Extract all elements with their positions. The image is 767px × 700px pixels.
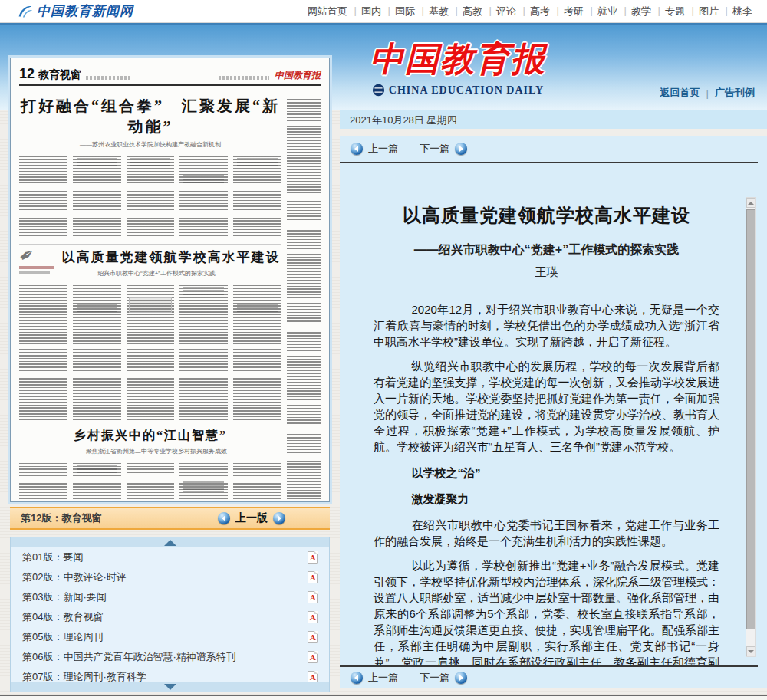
site-logo-text: 中国教育新闻网 [37, 2, 133, 20]
top-nav-link[interactable]: 评论 [489, 5, 523, 18]
next-article-icon[interactable] [455, 672, 467, 684]
site-logo-icon [17, 3, 33, 19]
article-author: 王瑛 [374, 265, 719, 280]
masthead-title: 中国教育报 [347, 37, 569, 81]
page-list-item[interactable]: 第07版：理论周刊·教育科学 [11, 667, 329, 683]
top-nav-link[interactable]: 高考 [523, 5, 557, 18]
prev-page-button[interactable]: 上一版 [235, 511, 268, 525]
article-paragraph: 以此为遵循，学校创新推出“党建+业务”融合发展模式。党建引领下，学校坚持优化新型… [374, 557, 719, 665]
article-paragraph: 以学校之“治” [374, 465, 719, 481]
prev-article-button[interactable]: 上一篇 [368, 671, 398, 685]
current-page-label: 第12版：教育视窗 [21, 511, 101, 525]
page-list-panel: 第01版：要闻 第02版：中教评论·时评 第03版：新闻·要闻 第04版：教育视… [10, 537, 330, 692]
masthead-subtitle-row: CHINA EDUCATION DAILY [347, 84, 569, 97]
top-nav-link[interactable]: 就业 [591, 5, 624, 18]
prev-article-icon[interactable] [351, 672, 363, 684]
page-list-item[interactable]: 第02版：中教评论·时评 [11, 567, 329, 587]
pdf-icon[interactable] [308, 631, 318, 643]
date-bar: 2021年10月28日 星期四 [340, 110, 767, 129]
pdf-icon[interactable] [308, 591, 318, 603]
pdf-icon[interactable] [308, 551, 318, 564]
newspaper-header-smalltext [86, 76, 130, 80]
page-list: 第01版：要闻 第02版：中教评论·时评 第03版：新闻·要闻 第04版：教育视… [11, 547, 329, 683]
page-bar-nav: 上一版 [218, 511, 285, 525]
top-nav-link[interactable]: 专题 [658, 5, 692, 18]
paper-subtitle-3: ——聚焦浙江省衢州第二中等专业学校乡村振兴服务成效 [19, 447, 281, 455]
top-nav-link[interactable]: 教学 [624, 5, 658, 18]
paper-article2-block: ✒ 以高质量党建领航学校高水平建设 ——绍兴市职教中心“党建+”工作模式的探索实… [19, 244, 281, 422]
page-list-item[interactable]: 第03版：新闻·要闻 [11, 587, 329, 607]
cedaily-logo-icon [372, 84, 385, 97]
paper-article3-columns [19, 460, 281, 502]
masthead-subtitle: CHINA EDUCATION DAILY [389, 84, 544, 97]
scroll-down-arrow-icon [748, 650, 754, 653]
article-body: 2020年12月，对于绍兴市职业教育中心来说，无疑是一个交汇着欣喜与豪情的时刻，… [374, 301, 719, 665]
page-list-scroll-up[interactable] [11, 537, 329, 547]
article-title: 以高质量党建领航学校高水平建设 [374, 203, 719, 228]
top-nav-link[interactable]: 桃李 [726, 5, 759, 18]
feather-pen-icon: ✒ [19, 246, 59, 286]
newspaper-page-image[interactable]: 12 教育视窗 中国教育报 打好融合“组合拳” 汇聚发展“新动能” ——苏州农业… [10, 58, 330, 502]
top-nav-link[interactable]: 高教 [456, 5, 489, 18]
paper-headline-1[interactable]: 打好融合“组合拳” 汇聚发展“新动能” [19, 96, 281, 137]
page-list-item[interactable]: 第06版：中国共产党百年政治智慧·精神谱系特刊 [11, 647, 329, 667]
top-nav-link[interactable]: 国内 [354, 5, 388, 18]
page-list-item[interactable]: 第05版：理论周刊 [11, 627, 329, 647]
page-list-item[interactable]: 第01版：要闻 [11, 547, 329, 567]
article-paragraph: 激发凝聚力 [374, 491, 719, 507]
scrollbar[interactable] [746, 197, 756, 657]
page-list-item-label: 第06版：中国共产党百年政治智慧·精神谱系特刊 [22, 650, 236, 664]
scrollbar-thumb[interactable] [746, 209, 755, 629]
masthead-links: 返回首页 | 广告刊例 [660, 86, 755, 100]
page-list-item-label: 第02版：中教评论·时评 [22, 570, 127, 584]
pdf-icon[interactable] [308, 611, 318, 623]
next-article-button[interactable]: 下一篇 [420, 142, 449, 156]
masthead: 中国教育报 CHINA EDUCATION DAILY [347, 37, 569, 97]
home-link[interactable]: 返回首页 [660, 86, 700, 100]
top-nav-link[interactable]: 网站首页 [301, 5, 354, 18]
newspaper-header-rule [19, 84, 321, 87]
article-paragraph: 2020年12月，对于绍兴市职业教育中心来说，无疑是一个交汇着欣喜与豪情的时刻，… [374, 301, 719, 350]
page-list-item-label: 第03版：新闻·要闻 [22, 590, 107, 604]
prev-page-icon[interactable] [218, 512, 230, 524]
newspaper-header-datetext [219, 76, 269, 80]
top-nav-link[interactable]: 国际 [388, 5, 422, 18]
link-separator: | [706, 87, 709, 99]
page-list-item-label: 第05版：理论周刊 [22, 630, 103, 644]
current-page-bar: 第12版：教育视窗 上一版 [10, 507, 330, 530]
article-panel: 上一篇 下一篇 以高质量党建领航学校高水平建设 ——绍兴市职教中心“党建+”工作… [340, 136, 767, 688]
page-list-scroll-down[interactable] [11, 682, 329, 692]
paper-article1-columns [19, 153, 281, 238]
article-paragraph: 纵览绍兴市职教中心的发展历程，学校的每一次发展背后都有着党建的坚强支撑，学校党建… [374, 358, 719, 455]
site-logo[interactable]: 中国教育新闻网 [17, 2, 133, 20]
top-nav-link[interactable]: 基教 [422, 5, 456, 18]
top-nav-link[interactable]: 图片 [692, 5, 726, 18]
article-nav-top: 上一篇 下一篇 [340, 136, 767, 162]
scrollbar-up-button[interactable] [746, 198, 755, 208]
page-bottom-margin [0, 696, 767, 700]
article-subtitle: ——绍兴市职教中心“党建+”工作模式的探索实践 [374, 242, 719, 258]
site-topbar: 中国教育新闻网 网站首页国内国际基教高教评论高考考研就业教学专题图片桃李 [0, 0, 767, 23]
page-list-item-label: 第04版：教育视窗 [22, 610, 103, 624]
paper-sidebar-column [287, 90, 321, 502]
top-nav: 网站首页国内国际基教高教评论高考考研就业教学专题图片桃李 [301, 5, 759, 18]
next-page-icon[interactable] [273, 512, 285, 524]
paper-headline-2[interactable]: 以高质量党建领航学校高水平建设 [61, 248, 281, 266]
down-triangle-icon [164, 684, 176, 690]
top-nav-link[interactable]: 考研 [557, 5, 591, 18]
next-article-icon[interactable] [455, 143, 467, 155]
page-list-item[interactable]: 第04版：教育视窗 [11, 607, 329, 627]
pdf-icon[interactable] [308, 651, 318, 663]
page-list-item-label: 第01版：要闻 [22, 550, 83, 564]
article-paragraph: 在绍兴市职教中心党委书记王国标看来，党建工作与业务工作的融合发展，始终是一个充满… [374, 517, 719, 549]
ad-link[interactable]: 广告刊例 [715, 86, 755, 100]
newspaper-page-number: 12 [19, 66, 35, 82]
pdf-icon[interactable] [308, 571, 318, 583]
newspaper-section-name: 教育视窗 [38, 68, 81, 82]
next-article-button[interactable]: 下一篇 [420, 671, 449, 685]
paper-headline-3[interactable]: 乡村振兴中的“江山智慧” [19, 428, 281, 444]
prev-article-icon[interactable] [351, 143, 363, 155]
scrollbar-down-button[interactable] [746, 646, 755, 656]
article-content: 以高质量党建领航学校高水平建设 ——绍兴市职教中心“党建+”工作模式的探索实践 … [340, 163, 767, 665]
prev-article-button[interactable]: 上一篇 [368, 142, 398, 156]
